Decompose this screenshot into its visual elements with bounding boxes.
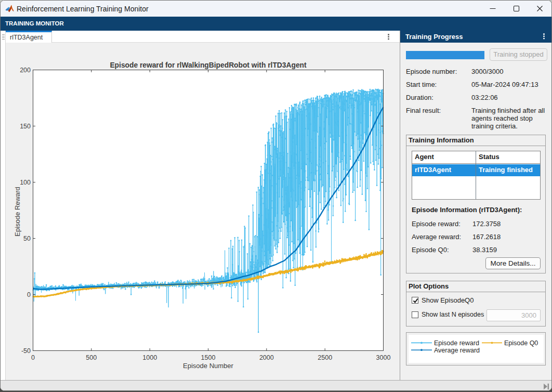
svg-text:50: 50 [23, 235, 31, 242]
svg-text:200: 200 [20, 67, 31, 74]
svg-text:150: 150 [20, 123, 31, 130]
svg-text:Episode Reward: Episode Reward [14, 187, 21, 236]
svg-text:0: 0 [31, 354, 35, 361]
svg-text:0: 0 [27, 291, 31, 298]
svg-text:Episode reward for rlWalkingBi: Episode reward for rlWalkingBipedRobot w… [110, 61, 307, 69]
svg-text:3000: 3000 [376, 354, 391, 361]
svg-text:1000: 1000 [142, 354, 157, 361]
svg-text:2500: 2500 [318, 354, 332, 361]
svg-text:Average reward: Average reward [434, 347, 480, 354]
svg-text:500: 500 [86, 354, 97, 361]
svg-text:100: 100 [20, 179, 31, 186]
svg-text:Episode reward: Episode reward [434, 339, 479, 347]
svg-text:1500: 1500 [201, 354, 216, 361]
svg-text:Episode Q0: Episode Q0 [504, 339, 538, 347]
svg-text:Episode Number: Episode Number [183, 362, 233, 370]
svg-text:2000: 2000 [259, 354, 274, 361]
svg-text:-50: -50 [21, 347, 31, 355]
